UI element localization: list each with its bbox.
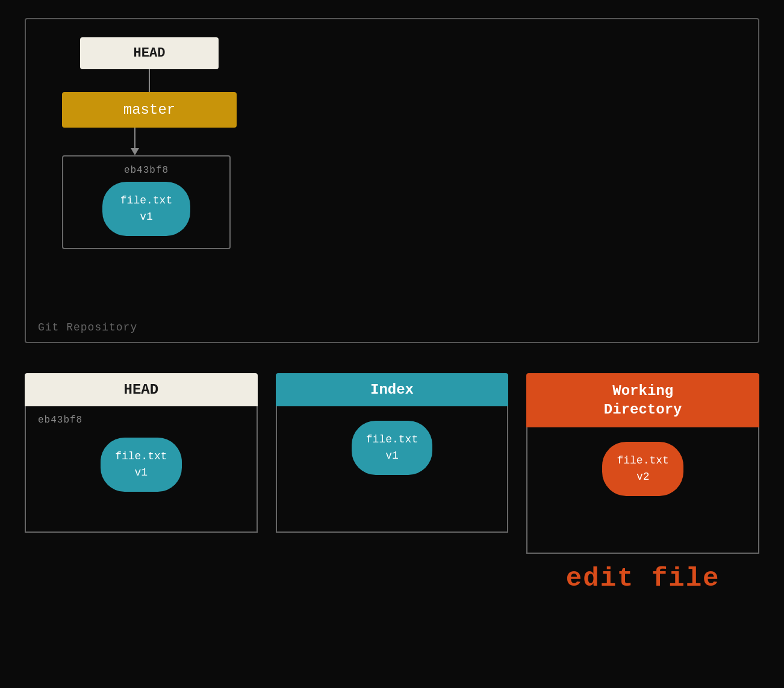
workdir-column-body: file.txt v2 — [526, 427, 759, 554]
head-file-blob: file.txt v1 — [101, 438, 181, 492]
head-commit-hash: eb43bf8 — [38, 415, 82, 426]
commit-box-top: eb43bf8 file.txt v1 — [62, 155, 231, 249]
bottom-section: HEAD eb43bf8 file.txt v1 Index file.txt … — [25, 373, 759, 593]
head-file-version: v1 — [135, 466, 148, 479]
head-column-body: eb43bf8 file.txt v1 — [25, 406, 258, 533]
master-label: master — [123, 102, 175, 118]
head-column-header-label: HEAD — [124, 382, 159, 398]
index-file-name: file.txt — [366, 433, 418, 445]
file-name-top: file.txt — [120, 194, 172, 206]
head-to-master-connector — [149, 69, 150, 92]
head-file-name: file.txt — [115, 450, 167, 462]
workdir-file-name: file.txt — [617, 454, 668, 466]
workdir-file-blob: file.txt v2 — [602, 442, 683, 496]
index-column-header: Index — [276, 373, 509, 406]
head-column: HEAD eb43bf8 file.txt v1 — [25, 373, 258, 533]
workdir-column: WorkingDirectory file.txt v2 edit file — [526, 373, 759, 593]
arrow-head-icon — [131, 148, 139, 155]
git-repository-box: HEAD master eb43bf8 file.txt v1 Git Repo… — [25, 18, 759, 343]
commit-hash-top: eb43bf8 — [124, 165, 169, 176]
index-column-header-label: Index — [370, 382, 414, 398]
edit-file-label: edit file — [566, 563, 720, 593]
workdir-file-version: v2 — [636, 471, 650, 483]
master-to-commit-arrow — [131, 128, 139, 155]
index-file-blob: file.txt v1 — [352, 421, 432, 475]
index-file-version: v1 — [385, 450, 399, 462]
arrow-shaft — [134, 128, 135, 148]
index-column: Index file.txt v1 — [276, 373, 509, 533]
head-column-header: HEAD — [25, 373, 258, 406]
file-version-top: v1 — [140, 211, 153, 223]
master-box: master — [62, 92, 237, 128]
head-box-top: HEAD — [80, 37, 219, 69]
git-repo-label: Git Repository — [38, 321, 137, 333]
file-blob-top: file.txt v1 — [102, 182, 190, 236]
workdir-column-header: WorkingDirectory — [526, 373, 759, 427]
head-label-top: HEAD — [134, 46, 166, 61]
index-column-body: file.txt v1 — [276, 406, 509, 533]
